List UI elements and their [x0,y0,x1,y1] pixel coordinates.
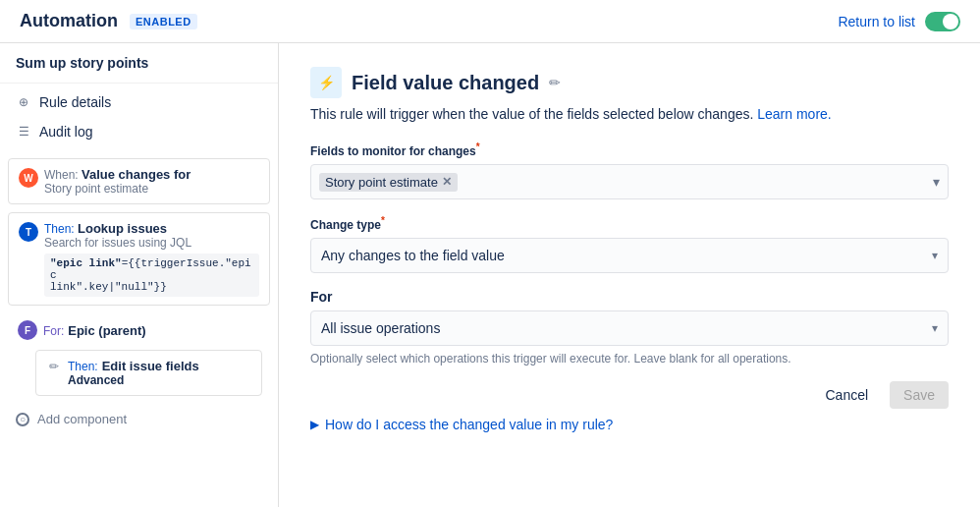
for-arrow-icon: ▾ [932,321,938,335]
change-type-value: Any changes to the field value [321,248,505,263]
enabled-toggle[interactable] [925,12,960,31]
sidebar-item-audit-log-label: Audit log [39,124,92,140]
then-lookup-icon: T [19,222,38,242]
when-block: W When: Value changes for Story point es… [8,158,270,204]
add-component-label: Add component [37,412,127,426]
app-title: Automation [20,11,118,31]
sidebar-item-audit-log[interactable]: ☰ Audit log [0,117,278,146]
when-prefix: When: Value changes for [44,167,259,182]
pencil-icon: ✏ [46,359,62,374]
audit-log-icon: ☰ [16,124,31,140]
rule-details-icon: ⊕ [16,94,31,110]
for-icon: F [18,320,37,340]
tag-remove-button[interactable]: ✕ [442,175,452,189]
change-type-label: Change type* [310,215,949,232]
add-component-circle-icon: ○ [16,413,29,426]
panel-actions: Cancel Save [310,381,949,409]
for-value: All issue operations [321,320,440,336]
fields-monitor-arrow-icon: ▾ [933,174,940,190]
collapsible-arrow-icon: ▶ [310,418,319,431]
story-point-estimate-tag: Story point estimate ✕ [319,173,458,192]
for-block: F For: Epic (parent) ✏ Then: Edit issue … [8,313,270,434]
add-component-button[interactable]: ○ Add component [8,404,270,434]
for-section-label: For [310,289,949,305]
return-to-list-link[interactable]: Return to list [838,14,915,29]
sidebar: Sum up story points ⊕ Rule details ☰ Aud… [0,43,279,507]
then-edit-subtitle: Advanced [68,373,251,387]
change-type-arrow-icon: ▾ [932,249,938,262]
for-hint-text: Optionally select which operations this … [310,352,949,366]
fields-monitor-group: Fields to monitor for changes* Story poi… [310,141,949,199]
then-lookup-block: T Then: Lookup issues Search for issues … [8,212,270,306]
when-subtitle: Story point estimate [44,182,259,196]
panel-header-icon: ⚡ [310,67,342,98]
top-header: Automation ENABLED Return to list [0,0,980,43]
right-panel: ⚡ Field value changed ✏ This rule will t… [279,43,980,507]
collapsible-label: How do I access the changed value in my … [325,417,613,432]
main-content: Sum up story points ⊕ Rule details ☰ Aud… [0,43,980,507]
fields-monitor-label: Fields to monitor for changes* [310,141,949,158]
then-edit-block: ✏ Then: Edit issue fields Advanced [35,350,262,396]
change-type-group: Change type* Any changes to the field va… [310,215,949,273]
then-lookup-code: "epic link"={{triggerIssue."epiclink".ke… [44,254,259,297]
learn-more-link[interactable]: Learn more. [757,106,831,122]
return-to-list-label: Return to list [838,14,915,29]
when-icon: W [19,168,38,188]
for-section: For All issue operations ▾ Optionally se… [310,289,949,366]
collapsible-section[interactable]: ▶ How do I access the changed value in m… [310,417,949,432]
panel-edit-pencil-icon[interactable]: ✏ [549,75,561,90]
sidebar-item-rule-details-label: Rule details [39,94,111,110]
header-left: Automation ENABLED [20,11,197,31]
cancel-button[interactable]: Cancel [811,381,882,409]
panel-title: Field value changed [352,72,539,94]
for-select[interactable]: All issue operations ▾ [310,310,949,346]
then-lookup-desc: Search for issues using JQL [44,236,259,250]
sidebar-item-rule-details[interactable]: ⊕ Rule details [0,87,278,117]
sidebar-title: Sum up story points [0,43,278,84]
enabled-badge: ENABLED [130,14,197,29]
panel-description: This rule will trigger when the value of… [310,106,949,122]
sidebar-nav: ⊕ Rule details ☰ Audit log [0,84,278,150]
panel-header: ⚡ Field value changed ✏ [310,67,949,98]
sidebar-scroll: W When: Value changes for Story point es… [0,150,278,507]
then-lookup-prefix: Then: Lookup issues [44,221,259,236]
change-type-select[interactable]: Any changes to the field value ▾ [310,238,949,273]
save-button[interactable]: Save [890,381,949,409]
fields-monitor-input[interactable]: Story point estimate ✕ ▾ [310,164,949,199]
